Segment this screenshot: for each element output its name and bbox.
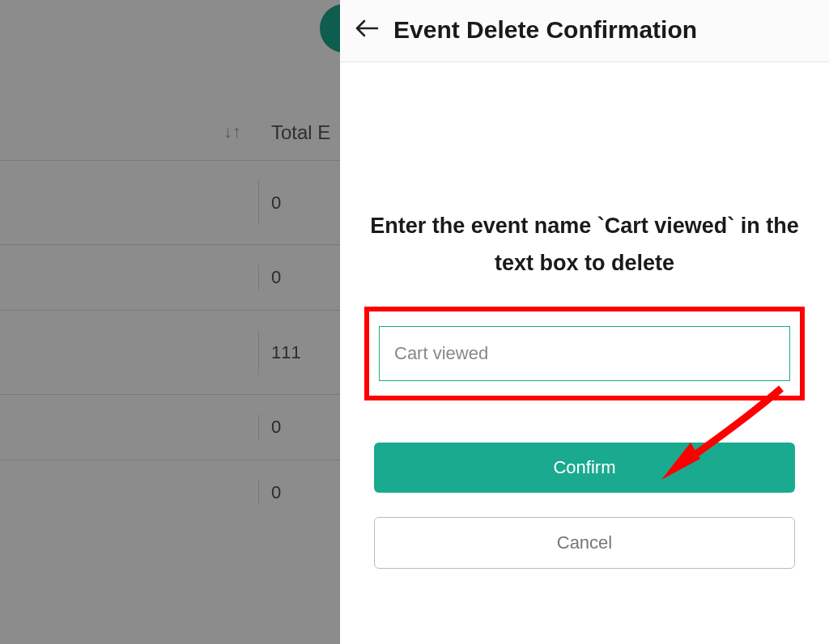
back-arrow-icon[interactable] — [355, 19, 379, 41]
modal-header: Event Delete Confirmation — [340, 0, 829, 62]
cancel-button[interactable]: Cancel — [374, 517, 795, 569]
confirm-button[interactable]: Confirm — [374, 443, 795, 493]
confirmation-prompt: Enter the event name `Cart viewed` in th… — [364, 208, 805, 282]
delete-confirmation-modal: Event Delete Confirmation Enter the even… — [340, 0, 829, 644]
modal-body: Enter the event name `Cart viewed` in th… — [340, 62, 829, 569]
annotation-highlight-box — [364, 307, 805, 400]
event-name-input[interactable] — [379, 326, 790, 381]
modal-title: Event Delete Confirmation — [393, 16, 697, 44]
modal-overlay — [0, 0, 340, 644]
